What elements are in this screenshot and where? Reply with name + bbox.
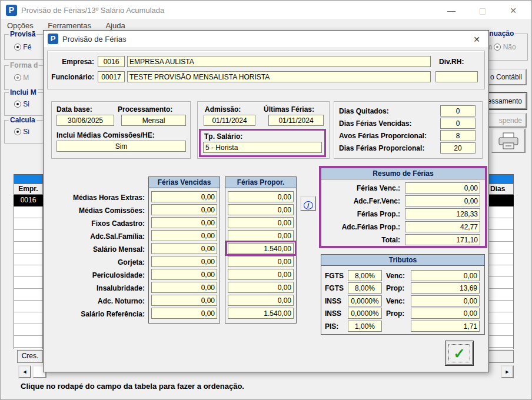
radio-ferias-icon[interactable] <box>14 44 21 51</box>
dialog-title: Provisão de Férias <box>62 35 126 44</box>
main-window: P Provisão de Férias/13º Salário Acumula… <box>0 0 532 400</box>
processamento-field[interactable]: Mensal <box>121 115 186 126</box>
ultimas-ferias-field[interactable]: 01/11/2024 <box>268 115 324 126</box>
scroll-left-button[interactable]: ◄ <box>18 365 31 378</box>
prop-field-1[interactable]: 0,00 <box>228 204 294 215</box>
resumo-field-total[interactable]: 171,10 <box>405 234 480 245</box>
trib-pct-0[interactable]: 8,00% <box>348 270 382 281</box>
inclui-medias-field[interactable]: Sim <box>56 141 186 152</box>
trib-pct-2[interactable]: 0,0000% <box>348 295 382 306</box>
venc-field-1[interactable]: 0,00 <box>151 204 217 215</box>
resumo-label-2: Férias Prop.: <box>322 210 400 218</box>
data-base-field[interactable]: 30/06/2025 <box>56 115 114 126</box>
radio-forma: M <box>14 74 29 82</box>
info-button[interactable]: i <box>300 196 316 211</box>
grid-header-empr[interactable]: Empr. <box>14 184 43 195</box>
close-button[interactable]: ✕ <box>504 5 522 16</box>
prop-field-0[interactable]: 0,00 <box>228 191 294 202</box>
ultimas-ferias-label: Últimas Férias: <box>264 105 314 114</box>
proc-group: Data base: Processamento: 30/06/2025 Men… <box>51 101 191 159</box>
group-forma-title: Forma d <box>9 61 39 69</box>
resumo-field-0[interactable]: 0,00 <box>405 182 480 194</box>
trib-val-1[interactable]: 13,69 <box>411 282 480 294</box>
grid-footer-cres[interactable]: Cres. <box>17 350 43 363</box>
empresa-code-field[interactable]: 0016 <box>98 56 125 67</box>
lancamento-contabil-button[interactable]: o Contábil <box>484 69 527 85</box>
trib-pct-3[interactable]: 0,0000% <box>348 308 382 319</box>
ferias-propor-panel: Férias Propor. 0,00 0,00 0,00 0,00 1.540… <box>225 176 297 324</box>
dialog-logo-icon: P <box>48 34 58 44</box>
prop-field-5[interactable]: 0,00 <box>228 256 294 267</box>
resumo-highlight: Resumo de Férias Férias Venc.: 0,00 Adc.… <box>319 166 487 248</box>
adm-group: Admissão: Últimas Férias: 01/11/2024 01/… <box>197 101 330 159</box>
venc-field-5[interactable]: 0,00 <box>151 256 217 267</box>
maximize-button[interactable]: ▢ <box>474 5 491 16</box>
admissao-field[interactable]: 01/11/2024 <box>204 115 255 126</box>
venc-field-6[interactable]: 0,00 <box>151 269 217 280</box>
scroll-right-button[interactable]: ► <box>501 365 514 378</box>
empresa-name-field[interactable]: EMPRESA AULISTA <box>127 56 431 67</box>
venc-field-8[interactable]: 0,00 <box>151 295 217 306</box>
print-button[interactable] <box>491 128 526 153</box>
status-bar-text: Clique no rodapé do campo da tabela para… <box>21 382 244 391</box>
provisao-ferias-dialog: P Provisão de Férias ✕ Empresa: 0016 EMP… <box>43 30 489 372</box>
grid-selected-row[interactable]: 0016 <box>14 195 43 206</box>
suspende-button[interactable]: spende <box>484 113 527 128</box>
row-label-insalubridade: Insalubridade: <box>46 284 145 292</box>
minimize-button[interactable]: — <box>443 5 460 16</box>
venc-field-2[interactable]: 0,00 <box>151 217 217 228</box>
funcionario-code-field[interactable]: 00017 <box>98 71 125 82</box>
grid-header-dias[interactable]: Dias <box>487 184 514 195</box>
venc-field-3[interactable]: 0,00 <box>151 230 217 241</box>
trib-name-pis: PIS: <box>325 322 338 331</box>
trib-pct-1[interactable]: 8,00% <box>348 282 382 294</box>
prop-field-7[interactable]: 0,00 <box>228 282 294 293</box>
prop-field-3[interactable]: 0,00 <box>228 230 294 241</box>
trib-val-3[interactable]: 0,00 <box>411 308 480 319</box>
confirm-button[interactable]: ✓ <box>445 341 473 365</box>
tp-salario-label: Tp. Salário: <box>204 132 242 141</box>
trib-kind-3: Prop: <box>386 309 404 318</box>
divrh-field[interactable] <box>435 71 478 82</box>
tp-salario-field[interactable]: 5 - Horista <box>203 142 322 153</box>
radio-inclui-icon[interactable] <box>14 101 21 108</box>
trib-pct-pis[interactable]: 1,00% <box>348 321 382 332</box>
resumo-field-3[interactable]: 42,77 <box>405 221 480 232</box>
processamento-button[interactable]: essamento <box>484 93 527 109</box>
divrh-label: Div.RH: <box>439 58 464 66</box>
group-calcula-title: Calcula <box>9 116 36 124</box>
prop-field-8[interactable]: 0,00 <box>228 295 294 306</box>
prop-field-2[interactable]: 0,00 <box>228 217 294 228</box>
trib-val-pis[interactable]: 1,71 <box>411 321 480 332</box>
radio-calcula-sim[interactable]: Si <box>14 128 29 136</box>
row-label-salario-referencia: Salário Referência: <box>46 310 145 318</box>
radio-inclui-sim[interactable]: Si <box>14 100 29 108</box>
venc-field-7[interactable]: 0,00 <box>151 282 217 293</box>
resumo-label-0: Férias Venc.: <box>322 184 400 192</box>
resumo-field-2[interactable]: 128,33 <box>405 208 480 219</box>
resumo-panel: Resumo de Férias Férias Venc.: 0,00 Adc.… <box>321 168 485 246</box>
trib-val-0[interactable]: 0,00 <box>411 270 480 281</box>
grid-footer-right <box>487 350 514 363</box>
trib-val-2[interactable]: 0,00 <box>411 295 480 306</box>
avos-proporcional-field[interactable]: 8 <box>440 130 476 141</box>
inclui-medias-label: Inclui Médias Comissões/HE: <box>56 131 155 139</box>
venc-field-9[interactable]: 0,00 <box>151 308 217 319</box>
dialog-close-button[interactable]: ✕ <box>471 34 483 45</box>
venc-field-0[interactable]: 0,00 <box>151 191 217 202</box>
radio-continuacao: m Não <box>486 43 516 51</box>
dias-group: Dias Quitados: 0 Dias Férias Vencidas: 0… <box>334 101 483 159</box>
radio-calcula-icon[interactable] <box>14 128 21 135</box>
prop-field-9[interactable]: 1.540,00 <box>228 308 294 319</box>
resumo-header: Resumo de Férias <box>321 168 485 179</box>
dias-proporcional-label: Dias Férias Proporcional: <box>339 144 424 152</box>
resumo-field-1[interactable]: 0,00 <box>405 195 480 206</box>
group-inclui: Inclui M Si <box>4 92 48 116</box>
dias-proporcional-field[interactable]: 20 <box>440 142 476 154</box>
dias-vencidas-field[interactable]: 0 <box>440 118 476 129</box>
prop-field-6[interactable]: 0,00 <box>228 269 294 280</box>
venc-field-4[interactable]: 0,00 <box>151 243 217 254</box>
funcionario-name-field[interactable]: TESTE PROVISÃO MENSALISTA HORISTA <box>127 71 431 82</box>
dias-quitados-field[interactable]: 0 <box>440 105 476 116</box>
radio-ferias[interactable]: Fé <box>14 43 31 51</box>
